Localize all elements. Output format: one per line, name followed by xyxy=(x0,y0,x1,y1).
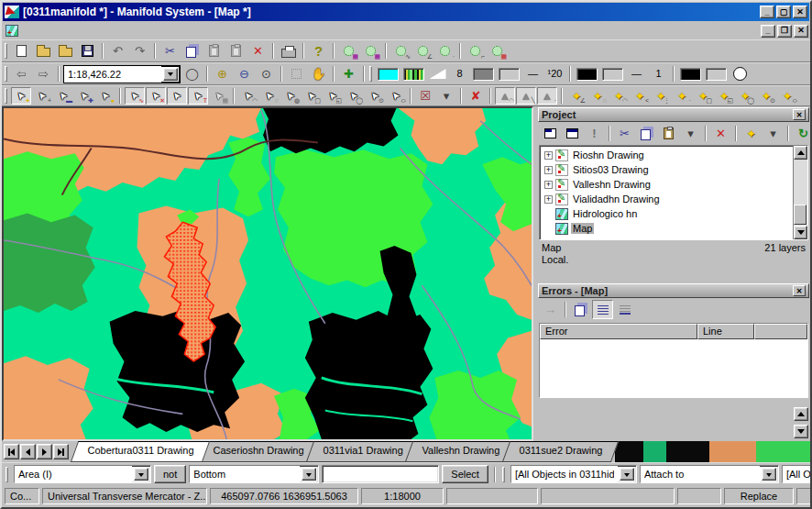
select-grid-toggle[interactable]: ➤▦ xyxy=(209,87,229,105)
undo-button[interactable]: ↶ xyxy=(107,41,128,61)
save-button[interactable] xyxy=(77,41,98,61)
menu-file[interactable] xyxy=(22,31,35,35)
selection-dropdown-button[interactable]: ▾ xyxy=(436,87,456,105)
select-box-button[interactable] xyxy=(286,64,307,83)
create-ellipse-tool[interactable]: ✦○ xyxy=(777,87,797,105)
add-component-button[interactable]: ✚ xyxy=(338,64,359,83)
maximize-button[interactable]: ▢ xyxy=(776,6,791,18)
select-value-input[interactable] xyxy=(322,465,439,483)
tree-item-rioshn[interactable]: + Rioshn Drawing xyxy=(540,148,793,162)
insert-plus-tool[interactable]: ➤✚ xyxy=(74,87,94,105)
toolbar-grip[interactable] xyxy=(5,467,8,482)
select-ellipse-tool[interactable]: ➤○ xyxy=(386,87,406,105)
project-tree-scrollbar[interactable] xyxy=(793,146,807,239)
point-style-swatch[interactable] xyxy=(427,64,448,83)
line-style-swatch[interactable]: — xyxy=(522,64,543,83)
minimize-button[interactable]: _ xyxy=(760,6,774,18)
scale-input[interactable] xyxy=(64,66,161,83)
snap-area-button[interactable]: ▦ xyxy=(487,41,508,61)
not-toggle-button[interactable]: not xyxy=(154,465,186,483)
errors-close-button[interactable]: ✕ xyxy=(793,285,806,296)
tab-0311sue2-drawing[interactable]: 0311sue2 Drawing xyxy=(502,441,619,462)
import-button[interactable] xyxy=(55,41,76,61)
expand-icon[interactable]: + xyxy=(544,181,553,189)
close-button[interactable]: ✕ xyxy=(793,6,807,18)
create-points-tool[interactable]: ✦⋮ xyxy=(651,87,671,105)
line-bg-color-swatch[interactable] xyxy=(600,64,625,83)
area-bg-color-swatch[interactable] xyxy=(704,64,729,83)
zoom-in-button[interactable]: ⊕ xyxy=(212,64,233,83)
child-restore-button[interactable]: ❐ xyxy=(777,25,792,38)
scroll-up-button[interactable] xyxy=(794,146,807,160)
toolbar-grip[interactable] xyxy=(502,467,505,482)
menu-help[interactable] xyxy=(99,31,112,35)
create-box-tool[interactable]: ✦▢ xyxy=(693,87,713,105)
column-error[interactable]: Error xyxy=(540,324,697,339)
select-circle-tool[interactable]: ➤◯ xyxy=(344,87,364,105)
create-segment-tool[interactable]: ✦< xyxy=(630,87,650,105)
project-close-button[interactable]: ✕ xyxy=(793,109,806,120)
select-lines-toggle[interactable]: ➤∿ xyxy=(125,87,145,105)
action-input[interactable] xyxy=(641,466,760,482)
action-dropdown-button[interactable] xyxy=(762,468,776,481)
paste-button[interactable] xyxy=(203,41,225,61)
errors-list-body[interactable] xyxy=(540,339,807,397)
select-box-add-tool[interactable]: ➤◱ xyxy=(323,87,343,105)
snap-free-button[interactable]: ∿ xyxy=(390,41,411,61)
select-touch-tool[interactable]: ➤◠ xyxy=(238,87,258,105)
paste-component-button[interactable] xyxy=(658,124,679,143)
delete-button[interactable]: ✕ xyxy=(247,41,269,61)
application-icon[interactable] xyxy=(5,6,19,18)
select-points-toggle[interactable]: ➤✕ xyxy=(146,87,166,105)
open-window-button[interactable] xyxy=(540,124,561,143)
toolbar-grip[interactable] xyxy=(5,43,7,59)
redo-button[interactable]: ↷ xyxy=(129,41,150,61)
scroll-down-button[interactable] xyxy=(794,226,807,239)
insert-line-tool[interactable]: ➤▬ xyxy=(53,87,73,105)
create-dropdown-button[interactable]: ▾ xyxy=(763,124,784,143)
layer-filter-input[interactable] xyxy=(15,466,132,482)
line-fg-color-swatch[interactable] xyxy=(575,64,599,83)
tree-item-valleshn[interactable]: + Valleshn Drawing xyxy=(540,177,793,192)
tab-first-button[interactable] xyxy=(4,444,19,459)
create-angle-tool[interactable]: ✦∠ xyxy=(566,87,587,105)
toolbar-grip[interactable] xyxy=(5,88,7,104)
pan-button[interactable]: ✋ xyxy=(308,64,329,83)
toolbar-grip[interactable] xyxy=(369,66,372,82)
tab-cobertura0311-drawing[interactable]: Cobertura0311 Drawing xyxy=(71,441,210,462)
open-maximized-button[interactable] xyxy=(562,124,583,143)
view-list-button[interactable] xyxy=(592,300,613,319)
print-button[interactable] xyxy=(278,41,299,61)
child-minimize-button[interactable]: _ xyxy=(761,25,775,38)
menu-window[interactable] xyxy=(86,31,99,35)
background-color-swatch[interactable] xyxy=(376,64,401,83)
copy-errors-button[interactable] xyxy=(570,300,591,319)
view-bottom-button[interactable] xyxy=(614,300,635,319)
new-button[interactable] xyxy=(11,41,32,61)
edit-areas-toggle[interactable]: ▲◠ xyxy=(495,87,515,105)
select-text-toggle[interactable]: ➤T xyxy=(188,87,208,105)
tree-item-hidrologico[interactable]: Hidrologico hn xyxy=(540,206,793,221)
scroll-thumb[interactable] xyxy=(794,205,807,225)
clear-selection-button[interactable]: ☒ xyxy=(415,87,435,105)
palette-swatch[interactable] xyxy=(401,64,426,83)
menu-edit[interactable] xyxy=(35,31,48,35)
insert-add-tool[interactable]: ➤+ xyxy=(32,87,52,105)
tree-item-map[interactable]: Map xyxy=(540,221,793,236)
menu-tools[interactable] xyxy=(73,31,86,35)
select-lasso-tool[interactable]: ➤◌ xyxy=(259,87,280,105)
tab-caserioshn-drawing[interactable]: Caserioshn Drawing xyxy=(196,441,320,462)
dock-scroll-up-button[interactable] xyxy=(794,407,808,421)
errors-panel-header[interactable]: Errors - [Map] ✕ xyxy=(538,283,809,298)
tab-0311via1-drawing[interactable]: 0311via1 Drawing xyxy=(306,441,420,462)
title-bar[interactable]: [0311manifold *] - Manifold System - [Ma… xyxy=(3,3,809,21)
expand-icon[interactable]: + xyxy=(544,195,553,204)
column-spacer[interactable] xyxy=(754,324,807,339)
copy-component-button[interactable] xyxy=(636,124,657,143)
point-bg-color-swatch[interactable] xyxy=(497,64,521,83)
map-canvas[interactable] xyxy=(4,108,532,439)
project-panel-header[interactable]: Project ✕ xyxy=(538,107,809,122)
paste-dropdown-button[interactable]: ▾ xyxy=(680,124,701,143)
properties-button[interactable]: ! xyxy=(584,124,605,143)
goto-error-button[interactable]: → xyxy=(540,300,561,319)
